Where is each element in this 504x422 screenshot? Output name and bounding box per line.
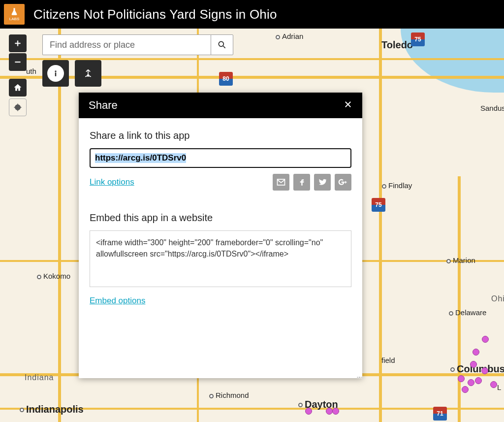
city-label: Delaware [449, 308, 486, 317]
yard-sign-marker[interactable] [481, 367, 488, 374]
twitter-icon [317, 177, 327, 187]
city-label: L [497, 383, 501, 391]
share-googleplus-button[interactable] [335, 174, 351, 191]
app-header: LABS Citizens Not Politicians Yard Signs… [0, 0, 504, 29]
zoom-out-button[interactable] [9, 53, 27, 71]
share-dialog: Share Share a link to this app Link opti… [79, 93, 362, 378]
highway-shield: 75 [411, 32, 425, 46]
city-label: Marion [446, 256, 475, 264]
share-email-button[interactable] [273, 174, 289, 191]
road [458, 176, 461, 422]
yard-sign-marker[interactable] [332, 408, 339, 415]
share-url-input[interactable] [90, 148, 351, 168]
city-label: Kokomo [37, 272, 70, 280]
page-title: Citizens Not Politicians Yard Signs in O… [33, 7, 277, 22]
resize-grip-icon[interactable]: ⣀⣀ [356, 372, 361, 378]
yard-sign-marker[interactable] [458, 375, 465, 382]
city-label: uth [26, 67, 36, 75]
city-label: Findlay [382, 181, 412, 190]
email-icon [276, 177, 286, 187]
yard-sign-marker[interactable] [475, 377, 482, 384]
locate-button[interactable] [9, 98, 27, 116]
city-label: Adrian [276, 32, 303, 40]
share-link-heading: Share a link to this app [90, 130, 351, 141]
labs-logo: LABS [4, 4, 25, 25]
zoom-in-button[interactable] [9, 34, 27, 52]
yard-sign-marker[interactable] [468, 379, 474, 386]
svg-point-3 [55, 70, 56, 72]
state-label: Indiana [25, 373, 54, 382]
embed-options-link[interactable]: Embed options [90, 296, 145, 305]
social-share-row [273, 174, 351, 191]
share-twitter-button[interactable] [314, 174, 331, 191]
svg-point-1 [17, 107, 19, 108]
info-icon [51, 68, 61, 78]
facebook-icon [297, 177, 307, 187]
yard-sign-marker[interactable] [470, 361, 477, 368]
search-input[interactable] [42, 34, 211, 55]
share-icon [83, 68, 93, 78]
city-label: Indianapolis [20, 404, 84, 415]
search-button[interactable] [211, 34, 233, 55]
close-icon [344, 100, 352, 109]
search-icon [217, 40, 227, 50]
city-label: field [381, 356, 395, 364]
yard-sign-marker[interactable] [326, 408, 333, 415]
yard-sign-marker[interactable] [472, 349, 479, 356]
search-box [42, 34, 233, 55]
highway-shield: 75 [372, 198, 385, 212]
info-button[interactable] [42, 60, 69, 87]
share-facebook-button[interactable] [293, 174, 310, 191]
dialog-header: Share [79, 93, 362, 118]
yard-sign-marker[interactable] [462, 386, 469, 393]
embed-code-box[interactable] [90, 230, 351, 287]
share-button[interactable] [75, 60, 101, 87]
yard-sign-marker[interactable] [305, 408, 312, 415]
googleplus-icon [338, 177, 348, 187]
highway-shield: 71 [433, 407, 447, 421]
road [58, 29, 61, 422]
city-label: Toledo [381, 39, 413, 51]
svg-rect-4 [55, 72, 57, 76]
city-label: Richmond [209, 391, 249, 399]
embed-heading: Embed this app in a website [90, 212, 351, 224]
city-label: Columbus [450, 363, 504, 375]
home-button[interactable] [9, 79, 27, 97]
link-options-link[interactable]: Link options [90, 177, 134, 187]
highway-shield: 80 [219, 72, 233, 86]
dialog-title: Share [89, 99, 118, 112]
svg-point-2 [219, 41, 223, 46]
city-label: Dayton [298, 399, 338, 410]
close-button[interactable] [344, 99, 352, 112]
yard-sign-marker[interactable] [490, 381, 497, 388]
state-label: Ohio [491, 294, 504, 303]
logo-text: LABS [9, 17, 19, 21]
city-label: Sandusky [480, 104, 504, 112]
yard-sign-marker[interactable] [482, 336, 489, 343]
